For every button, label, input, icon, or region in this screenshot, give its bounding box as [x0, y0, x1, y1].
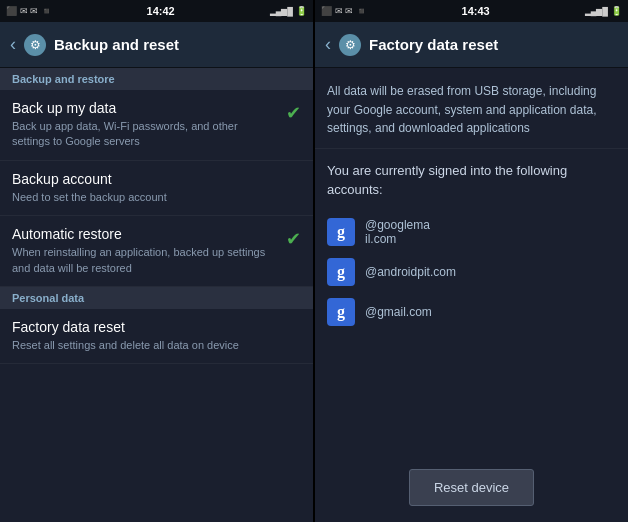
auto-restore-desc: When reinstalling an application, backed… — [12, 245, 278, 276]
left-status-icons-right: ▂▄▆█ 🔋 — [270, 6, 307, 16]
auto-restore-item[interactable]: Automatic restore When reinstalling an a… — [0, 216, 313, 287]
backup-account-content: Backup account Need to set the backup ac… — [12, 171, 301, 205]
right-status-icons-right: ▂▄▆█ 🔋 — [585, 6, 622, 16]
signed-in-text: You are currently signed into the follow… — [315, 149, 628, 208]
factory-reset-item[interactable]: Factory data reset Reset all settings an… — [0, 309, 313, 364]
right-battery-icon: 🔋 — [611, 6, 622, 16]
backup-account-desc: Need to set the backup account — [12, 190, 301, 205]
battery-icon: 🔋 — [296, 6, 307, 16]
left-phone-panel: ⬛ ✉ ✉ ◾ 14:42 ▂▄▆█ 🔋 ‹ ⚙ Backup and rese… — [0, 0, 313, 522]
left-time: 14:42 — [147, 5, 175, 17]
backup-section-label: Backup and restore — [0, 68, 313, 90]
right-header: ‹ ⚙ Factory data reset — [315, 22, 628, 68]
left-status-icons-left: ⬛ ✉ ✉ ◾ — [6, 6, 52, 16]
right-signal-icon: ▂▄▆█ — [585, 7, 608, 16]
backup-account-item[interactable]: Backup account Need to set the backup ac… — [0, 161, 313, 216]
account-name-2: @gmail.com — [365, 305, 432, 319]
backup-my-data-desc: Back up app data, Wi-Fi passwords, and o… — [12, 119, 278, 150]
backup-my-data-content: Back up my data Back up app data, Wi-Fi … — [12, 100, 278, 150]
right-back-button[interactable]: ‹ — [325, 34, 331, 55]
google-icon-1: g — [327, 258, 355, 286]
auto-restore-content: Automatic restore When reinstalling an a… — [12, 226, 278, 276]
left-gear-icon: ⚙ — [24, 34, 46, 56]
account-item-2: g @gmail.com — [315, 292, 628, 332]
reset-button-container: Reset device — [315, 453, 628, 522]
personal-section-label: Personal data — [0, 287, 313, 309]
account-name-1: @androidpit.com — [365, 265, 456, 279]
account-item-0: g @googlemail.com — [315, 212, 628, 252]
left-header: ‹ ⚙ Backup and reset — [0, 22, 313, 68]
factory-reset-description: All data will be erased from USB storage… — [315, 68, 628, 149]
left-header-title: Backup and reset — [54, 36, 303, 53]
right-notification-icons: ⬛ ✉ ✉ ◾ — [321, 6, 367, 16]
reset-device-button[interactable]: Reset device — [409, 469, 534, 506]
right-status-bar: ⬛ ✉ ✉ ◾ 14:43 ▂▄▆█ 🔋 — [315, 0, 628, 22]
right-status-icons-left: ⬛ ✉ ✉ ◾ — [321, 6, 367, 16]
backup-my-data-item[interactable]: Back up my data Back up app data, Wi-Fi … — [0, 90, 313, 161]
auto-restore-check: ✔ — [286, 228, 301, 250]
backup-my-data-title: Back up my data — [12, 100, 278, 116]
account-name-0: @googlemail.com — [365, 218, 430, 246]
backup-account-title: Backup account — [12, 171, 301, 187]
factory-reset-title: Factory data reset — [12, 319, 301, 335]
right-header-title: Factory data reset — [369, 36, 618, 53]
google-icon-0: g — [327, 218, 355, 246]
factory-reset-desc: Reset all settings and delete all data o… — [12, 338, 301, 353]
right-gear-icon: ⚙ — [339, 34, 361, 56]
notification-icons: ⬛ ✉ ✉ ◾ — [6, 6, 52, 16]
google-icon-2: g — [327, 298, 355, 326]
backup-my-data-check: ✔ — [286, 102, 301, 124]
signal-icon: ▂▄▆█ — [270, 7, 293, 16]
account-list: g @googlemail.com g @androidpit.com g @g… — [315, 208, 628, 453]
left-status-bar: ⬛ ✉ ✉ ◾ 14:42 ▂▄▆█ 🔋 — [0, 0, 313, 22]
right-phone-panel: ⬛ ✉ ✉ ◾ 14:43 ▂▄▆█ 🔋 ‹ ⚙ Factory data re… — [315, 0, 628, 522]
account-item-1: g @androidpit.com — [315, 252, 628, 292]
left-back-button[interactable]: ‹ — [10, 34, 16, 55]
auto-restore-title: Automatic restore — [12, 226, 278, 242]
right-time: 14:43 — [462, 5, 490, 17]
